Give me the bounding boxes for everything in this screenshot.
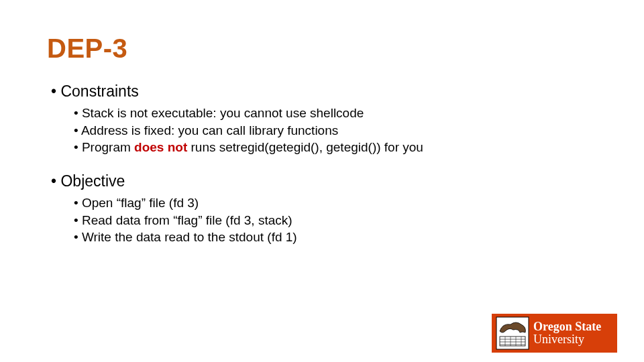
logo-line1: Oregon State	[533, 321, 601, 333]
bullet-group: Stack is not executable: you cannot use …	[74, 105, 597, 156]
bullet-item: Stack is not executable: you cannot use …	[74, 105, 597, 122]
bullet-text: Program	[82, 140, 134, 154]
bullet-item: Program does not runs setregid(getegid()…	[74, 139, 597, 156]
bullet-item: Address is fixed: you can call library f…	[74, 122, 597, 139]
section-heading: Objective	[51, 172, 597, 190]
university-logo: Oregon State University	[492, 314, 617, 353]
bullet-item: Open “flag” file (fd 3)	[74, 194, 597, 212]
bullet-text: Stack is not executable: you cannot use …	[82, 106, 364, 120]
logo-line2: University	[533, 334, 601, 345]
bullet-item: Read data from “flag” file (fd 3, stack)	[74, 212, 597, 229]
slide-title: DEP-3	[47, 34, 597, 64]
bullet-item: Write the data read to the stdout (fd 1)	[74, 229, 597, 246]
bullet-emphasis: does not	[134, 140, 187, 154]
section-heading: Constraints	[51, 82, 597, 101]
beaver-seal-icon	[496, 316, 529, 350]
bullet-text: Write the data read to the stdout (fd 1)	[82, 230, 297, 244]
bullet-text: Read data from “flag” file (fd 3, stack)	[82, 213, 292, 227]
bullet-text: Address is fixed: you can call library f…	[81, 123, 338, 137]
bullet-group: Open “flag” file (fd 3) Read data from “…	[74, 194, 597, 246]
bullet-text: Open “flag” file (fd 3)	[82, 196, 199, 210]
logo-text: Oregon State University	[533, 321, 601, 345]
bullet-text: runs setregid(getegid(), getegid()) for …	[187, 140, 423, 154]
slide: DEP-3 Constraints Stack is not executabl…	[0, 0, 644, 362]
